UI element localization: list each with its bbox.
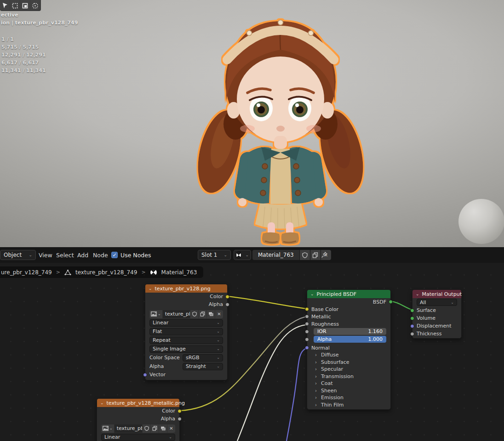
use-nodes-checkbox[interactable]: ✓ — [111, 252, 118, 258]
material-output-node[interactable]: ⌄ Material Output All ⌄ Surface Volume D… — [412, 289, 462, 339]
target-dropdown[interactable]: All ⌄ — [417, 299, 457, 306]
section-label: Coat — [321, 380, 332, 386]
shader-node-editor[interactable]: ure_pbr_v128_749 > texture_pbr_v128_749 … — [0, 263, 504, 441]
select-circle-tool-button[interactable] — [20, 0, 30, 10]
new-material-button[interactable] — [310, 250, 321, 260]
socket-color-output[interactable] — [225, 294, 229, 299]
unlink-image-button[interactable]: ✕ — [167, 424, 175, 433]
socket-roughness-input[interactable] — [305, 322, 309, 326]
node-header[interactable]: ⌄ texture_pbr_v128_metallic.png — [97, 399, 179, 407]
input-label: Vector — [149, 372, 166, 378]
chevron-down-icon: ⌄ — [451, 300, 454, 305]
fake-user-button[interactable] — [190, 310, 198, 318]
socket-surface-input[interactable] — [410, 308, 414, 312]
collapse-icon[interactable]: ⌄ — [416, 292, 419, 296]
image-browse-button[interactable]: ⌄ — [149, 310, 162, 318]
socket-metallic-input[interactable] — [305, 315, 309, 319]
node-header[interactable]: ⌄ Principled BSDF — [307, 290, 390, 298]
socket-normal-input[interactable] — [305, 346, 309, 350]
socket-base-color-input[interactable] — [305, 307, 309, 311]
select-box-tool-button[interactable] — [10, 0, 20, 10]
source-dropdown[interactable]: Single Image ⌄ — [149, 345, 223, 353]
new-image-button[interactable] — [151, 424, 159, 433]
node-title: Principled BSDF — [317, 291, 357, 297]
image-name-field[interactable]: texture_pbr_v12... — [163, 310, 190, 318]
section-transmission[interactable]: › Transmission — [307, 373, 390, 380]
menu-view[interactable]: View — [39, 252, 52, 259]
image-name-field[interactable]: texture_pbr_v12... — [115, 424, 142, 433]
menu-add[interactable]: Add — [77, 252, 88, 259]
extension-dropdown[interactable]: Repeat ⌄ — [149, 337, 223, 344]
pin-icon[interactable] — [321, 251, 328, 259]
character-model[interactable] — [193, 8, 368, 247]
shield-icon — [192, 311, 197, 317]
select-lasso-tool-button[interactable] — [30, 0, 40, 10]
socket-displacement-input[interactable] — [410, 324, 414, 328]
material-name-input[interactable]: Material_763 — [252, 250, 299, 260]
socket-color-output[interactable] — [178, 409, 182, 413]
new-image-button[interactable] — [199, 310, 206, 318]
node-title: texture_pbr_v128_metallic.png — [107, 400, 185, 406]
breadcrumb-mesh-name: texture_pbr_v128_749 — [75, 269, 137, 276]
section-thin-film[interactable]: › Thin Film — [307, 401, 390, 409]
socket-thickness-input[interactable] — [410, 332, 414, 336]
input-vector-row: Vector — [145, 371, 227, 379]
link-normal[interactable] — [286, 348, 306, 441]
input-surface-row: Surface — [412, 306, 461, 314]
collapse-icon[interactable]: ⌄ — [149, 286, 152, 291]
socket-alpha-input[interactable] — [305, 337, 309, 341]
menu-node[interactable]: Node — [93, 252, 108, 259]
interpolation-dropdown[interactable]: Linear ⌄ — [101, 434, 175, 441]
unlink-image-button[interactable]: ✕ — [215, 310, 223, 318]
input-roughness-row: Roughness — [307, 320, 390, 328]
extension-row: Repeat ⌄ — [145, 336, 227, 345]
node-header[interactable]: ⌄ texture_pbr_v128.png — [145, 284, 227, 293]
3d-viewport[interactable]: ective ion | texture_pbr_v128_749 1 / 1 … — [0, 0, 504, 247]
section-specular[interactable]: › Specular — [307, 366, 390, 373]
node-title: texture_pbr_v128.png — [155, 286, 211, 292]
link-bsdf-surface[interactable] — [391, 301, 412, 310]
node-header[interactable]: ⌄ Material Output — [412, 290, 461, 298]
collapse-icon[interactable]: ⌄ — [100, 401, 104, 405]
preview-sphere-object[interactable] — [458, 199, 504, 244]
socket-ior-input[interactable] — [305, 329, 309, 334]
interpolation-dropdown[interactable]: Linear ⌄ — [149, 319, 223, 327]
ior-slider[interactable]: IOR 1.160 — [314, 328, 386, 335]
section-diffuse[interactable]: › Diffuse — [307, 351, 390, 359]
socket-bsdf-output[interactable] — [389, 300, 393, 304]
socket-alpha-output[interactable] — [225, 302, 229, 306]
image-texture-metallic-node[interactable]: ⌄ texture_pbr_v128_metallic.png Color Al… — [97, 398, 180, 441]
input-thickness-row: Thickness — [412, 330, 461, 338]
breadcrumb-object-name: ure_pbr_v128_749 — [1, 269, 52, 276]
section-subsurface[interactable]: › Subsurface — [307, 359, 390, 366]
viewport-info-overlay: ective ion | texture_pbr_v128_749 — [1, 11, 78, 27]
section-label: Emission — [321, 395, 344, 401]
image-selector-row: ⌄ texture_pbr_v12... ✕ — [145, 310, 227, 318]
principled-bsdf-node[interactable]: ⌄ Principled BSDF BSDF Base Color Metall… — [307, 289, 391, 410]
projection-dropdown[interactable]: Flat ⌄ — [149, 328, 223, 335]
section-coat[interactable]: › Coat — [307, 380, 390, 387]
link-color-basecolor[interactable] — [228, 296, 306, 309]
alpha-mode-dropdown[interactable]: Straight ⌄ — [183, 363, 223, 370]
socket-volume-input[interactable] — [410, 316, 414, 320]
pack-image-button[interactable] — [159, 424, 167, 433]
section-sheen[interactable]: › Sheen — [307, 387, 390, 395]
shader-type-dropdown[interactable]: Object ⌄ — [0, 250, 36, 260]
fake-user-button[interactable] — [300, 250, 310, 260]
pack-image-button[interactable] — [207, 310, 215, 318]
section-emission[interactable]: › Emission — [307, 394, 390, 401]
socket-alpha-output[interactable] — [178, 417, 182, 421]
fake-user-button[interactable] — [143, 424, 150, 433]
collapse-icon[interactable]: ⌄ — [310, 292, 314, 296]
material-slot-dropdown[interactable]: Slot 1 ⌄ — [198, 250, 231, 260]
image-browse-button[interactable]: ⌄ — [101, 424, 114, 433]
interpolation-value: Linear — [153, 320, 168, 326]
color-space-dropdown[interactable]: sRGB ⌄ — [183, 354, 223, 362]
image-texture-node[interactable]: ⌄ texture_pbr_v128.png Color Alpha ⌄ tex… — [145, 284, 228, 380]
tweak-tool-button[interactable] — [0, 0, 10, 10]
socket-vector-input[interactable] — [143, 373, 147, 377]
menu-select[interactable]: Select — [56, 252, 74, 259]
alpha-slider[interactable]: Alpha 1.000 — [314, 336, 386, 343]
source-row: Single Image ⌄ — [145, 345, 227, 353]
material-browse-button[interactable]: ⌄ — [234, 250, 251, 260]
